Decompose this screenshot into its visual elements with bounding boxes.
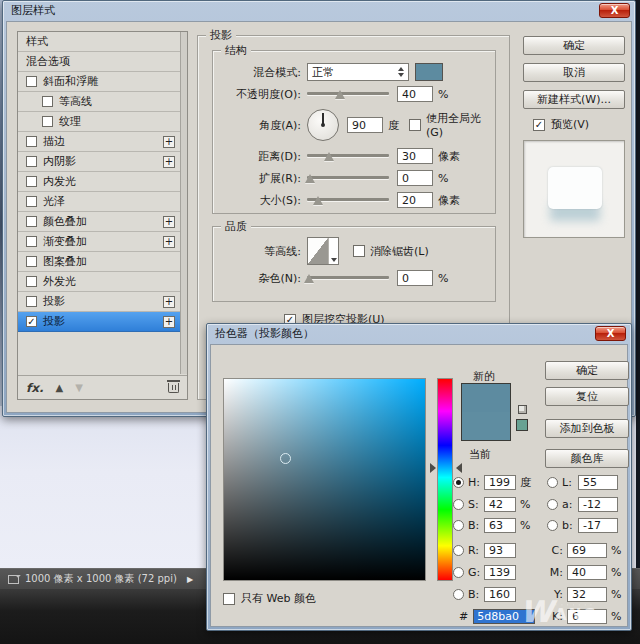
h-radio[interactable]: [453, 477, 464, 488]
checkbox[interactable]: [26, 136, 37, 147]
b-radio[interactable]: [453, 520, 464, 531]
angle-value-field[interactable]: 90: [347, 117, 383, 133]
style-list-scrollbar[interactable]: [180, 32, 187, 374]
sidebar-item-contour[interactable]: 等高线: [18, 92, 187, 112]
layer-style-close-button[interactable]: X: [599, 3, 630, 18]
ok-button[interactable]: 确定: [523, 36, 625, 55]
gamut-warning-cube-icon[interactable]: [518, 405, 527, 414]
sidebar-item-inner-shadow[interactable]: 内阴影 +: [18, 152, 187, 172]
checkbox[interactable]: [26, 256, 37, 267]
r-radio[interactable]: [453, 545, 464, 556]
hex-value-field[interactable]: 5d8ba0: [473, 609, 535, 624]
hue-slider-right-handle[interactable]: [456, 463, 462, 473]
move-down-button[interactable]: ▼: [75, 382, 83, 393]
contour-dropdown-icon[interactable]: [328, 238, 338, 264]
sidebar-item-outer-glow[interactable]: 外发光: [18, 272, 187, 292]
color-picker-close-button[interactable]: X: [595, 326, 626, 341]
sidebar-item-blending-options[interactable]: 混合选项: [18, 52, 187, 72]
r-value-field[interactable]: 93: [484, 543, 516, 558]
distance-value-field[interactable]: 30: [397, 148, 433, 164]
checkbox[interactable]: [26, 296, 37, 307]
sidebar-item-inner-glow[interactable]: 内发光: [18, 172, 187, 192]
saturation-brightness-field[interactable]: [223, 378, 426, 581]
sidebar-item-drop-shadow[interactable]: 投影 +: [18, 292, 187, 312]
sidebar-item-stroke[interactable]: 描边 +: [18, 132, 187, 152]
spread-value-field[interactable]: 0: [397, 170, 433, 186]
s-radio[interactable]: [453, 499, 464, 510]
noise-slider[interactable]: [307, 272, 389, 284]
lab-b-radio[interactable]: [547, 520, 558, 531]
a-radio[interactable]: [547, 499, 558, 510]
spread-slider[interactable]: [307, 172, 389, 184]
checkbox[interactable]: [26, 276, 37, 287]
size-value-field[interactable]: 20: [397, 192, 433, 208]
add-instance-icon[interactable]: +: [163, 216, 175, 228]
web-colors-checkbox[interactable]: [223, 593, 235, 605]
sidebar-item-gradient-overlay[interactable]: 渐变叠加 +: [18, 232, 187, 252]
lab-b-value-field[interactable]: -17: [578, 518, 618, 533]
add-to-swatches-button[interactable]: 添加到色板: [545, 419, 629, 438]
new-style-button[interactable]: 新建样式(W)...: [523, 90, 625, 109]
angle-dial[interactable]: [307, 109, 339, 141]
cancel-button[interactable]: 取消: [523, 63, 625, 82]
color-picker-titlebar[interactable]: 拾色器（投影颜色）: [207, 324, 631, 343]
size-slider[interactable]: [307, 194, 389, 206]
antialias-checkbox[interactable]: [353, 245, 365, 257]
sidebar-item-satin[interactable]: 光泽: [18, 192, 187, 212]
picker-ok-button[interactable]: 确定: [545, 361, 629, 380]
sidebar-item-pattern-overlay[interactable]: 图案叠加: [18, 252, 187, 272]
delete-effect-button[interactable]: [168, 383, 179, 393]
status-expand-icon[interactable]: ▶: [187, 575, 193, 584]
hue-slider[interactable]: [437, 378, 453, 581]
l-radio[interactable]: [547, 477, 558, 488]
s-value-field[interactable]: 42: [484, 497, 516, 512]
current-color-swatch[interactable]: [462, 412, 510, 440]
color-libraries-button[interactable]: 颜色库: [545, 449, 629, 468]
add-instance-icon[interactable]: +: [163, 316, 175, 328]
sidebar-item-drop-shadow-selected[interactable]: ✓ 投影 +: [18, 312, 187, 332]
checkbox-checked[interactable]: ✓: [26, 316, 37, 327]
l-value-field[interactable]: 55: [578, 475, 618, 490]
preview-checkbox[interactable]: ✓: [533, 119, 545, 131]
checkbox[interactable]: [42, 116, 53, 127]
sidebar-item-styles[interactable]: 样式: [18, 32, 187, 52]
global-light-checkbox[interactable]: [409, 119, 421, 131]
g-value-field[interactable]: 139: [484, 565, 516, 580]
blend-mode-select[interactable]: 正常: [307, 63, 409, 81]
shadow-color-swatch[interactable]: [415, 63, 443, 81]
g-radio[interactable]: [453, 567, 464, 578]
move-up-button[interactable]: ▲: [56, 382, 64, 393]
a-value-field[interactable]: -12: [578, 497, 618, 512]
fx-menu-button[interactable]: fx.: [26, 381, 44, 395]
checkbox[interactable]: [26, 76, 37, 87]
add-instance-icon[interactable]: +: [163, 236, 175, 248]
opacity-value-field[interactable]: 40: [397, 86, 433, 102]
add-instance-icon[interactable]: +: [163, 136, 175, 148]
b-value-field[interactable]: 63: [484, 518, 516, 533]
contour-picker[interactable]: [307, 237, 339, 265]
sidebar-item-bevel-emboss[interactable]: 斜面和浮雕: [18, 72, 187, 92]
sidebar-item-color-overlay[interactable]: 颜色叠加 +: [18, 212, 187, 232]
hue-slider-left-handle[interactable]: [430, 463, 436, 473]
picker-reset-button[interactable]: 复位: [545, 387, 629, 406]
checkbox[interactable]: [42, 96, 53, 107]
distance-slider[interactable]: [307, 150, 389, 162]
add-instance-icon[interactable]: +: [163, 296, 175, 308]
k-value-field[interactable]: 6: [567, 609, 607, 624]
sidebar-item-texture[interactable]: 纹理: [18, 112, 187, 132]
checkbox[interactable]: [26, 216, 37, 227]
h-value-field[interactable]: 199: [484, 475, 516, 490]
gamut-safe-color-swatch[interactable]: [516, 419, 528, 431]
b2-value-field[interactable]: 160: [484, 587, 516, 602]
b2-radio[interactable]: [453, 589, 464, 600]
color-field-marker[interactable]: [280, 453, 291, 464]
checkbox[interactable]: [26, 236, 37, 247]
checkbox[interactable]: [26, 176, 37, 187]
opacity-slider[interactable]: [307, 88, 389, 100]
checkbox[interactable]: [26, 196, 37, 207]
m-value-field[interactable]: 40: [567, 565, 607, 580]
c-value-field[interactable]: 69: [567, 543, 607, 558]
checkbox[interactable]: [26, 156, 37, 167]
add-instance-icon[interactable]: +: [163, 156, 175, 168]
noise-value-field[interactable]: 0: [397, 270, 433, 286]
